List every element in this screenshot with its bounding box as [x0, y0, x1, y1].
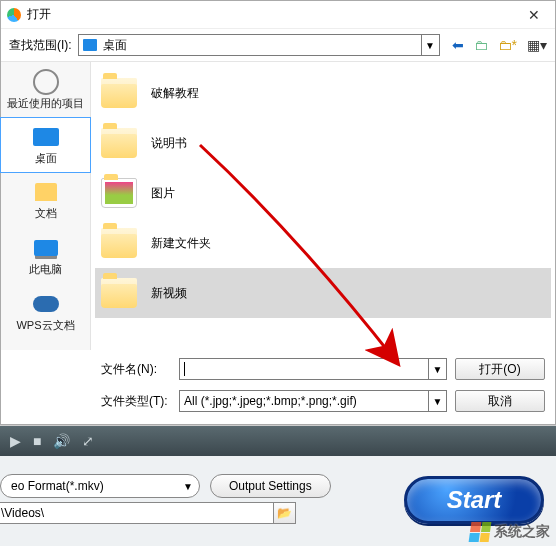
- sidebar-item-label: 桌面: [35, 151, 57, 166]
- app-icon: [7, 8, 21, 22]
- lookin-value: 桌面: [103, 37, 127, 54]
- file-row[interactable]: 新视频: [95, 268, 551, 318]
- computer-icon: [31, 236, 61, 260]
- windows-logo-icon: [469, 522, 492, 542]
- chevron-down-icon: ▼: [421, 35, 439, 55]
- view-menu-icon[interactable]: ▦▾: [527, 37, 547, 53]
- file-name: 新建文件夹: [151, 235, 211, 252]
- sidebar-item-label: 文档: [35, 206, 57, 221]
- nav-icons: ⬅ 🗀 🗀* ▦▾: [452, 37, 547, 53]
- filetype-label: 文件类型(T):: [101, 393, 171, 410]
- stop-icon[interactable]: ■: [33, 433, 41, 449]
- lookin-row: 查找范围(I): 桌面 ▼ ⬅ 🗀 🗀* ▦▾: [1, 29, 555, 61]
- sidebar-item-this-pc[interactable]: 此电脑: [1, 228, 90, 284]
- chevron-down-icon: ▼: [183, 481, 193, 492]
- sidebar-item-desktop[interactable]: 桌面: [0, 117, 91, 173]
- player-controls: ▶ ■ 🔊 ⤢: [0, 426, 556, 456]
- sidebar-item-documents[interactable]: 文档: [1, 172, 90, 228]
- file-name: 说明书: [151, 135, 187, 152]
- cancel-button[interactable]: 取消: [455, 390, 545, 412]
- open-button[interactable]: 打开(O): [455, 358, 545, 380]
- dialog-title: 打开: [27, 6, 519, 23]
- file-name: 新视频: [151, 285, 187, 302]
- speaker-icon[interactable]: 🔊: [53, 433, 70, 449]
- close-icon[interactable]: ✕: [519, 7, 549, 23]
- format-value: eo Format(*.mkv): [11, 479, 104, 493]
- filename-value: [184, 362, 185, 376]
- lookin-label: 查找范围(I):: [9, 37, 72, 54]
- sidebar-item-label: 此电脑: [29, 262, 62, 277]
- file-name: 图片: [151, 185, 175, 202]
- output-settings-button[interactable]: Output Settings: [210, 474, 331, 498]
- titlebar: 打开 ✕: [1, 1, 555, 29]
- sidebar-item-recent[interactable]: 最近使用的项目: [1, 62, 90, 118]
- play-icon[interactable]: ▶: [10, 433, 21, 449]
- cloud-icon: [31, 292, 61, 316]
- folder-open-icon: 📂: [277, 506, 292, 520]
- folder-icon: [101, 278, 137, 308]
- new-folder-icon[interactable]: 🗀*: [498, 37, 517, 53]
- watermark: 系统之家: [470, 522, 550, 542]
- filetype-select[interactable]: All (*.jpg;*.jpeg;*.bmp;*.png;*.gif) ▼: [179, 390, 447, 412]
- up-icon[interactable]: 🗀: [474, 37, 488, 53]
- folder-icon: [101, 228, 137, 258]
- output-path-input[interactable]: \Videos\: [0, 502, 274, 524]
- file-list[interactable]: 破解教程说明书图片新建文件夹新视频: [91, 62, 555, 350]
- path-value: \Videos\: [1, 506, 44, 520]
- filename-label: 文件名(N):: [101, 361, 171, 378]
- chevron-down-icon: ▼: [428, 359, 446, 379]
- desktop-icon: [31, 125, 61, 149]
- sidebar-item-label: WPS云文档: [16, 318, 74, 333]
- file-row[interactable]: 破解教程: [95, 68, 551, 118]
- file-row[interactable]: 说明书: [95, 118, 551, 168]
- back-icon[interactable]: ⬅: [452, 37, 464, 53]
- filetype-value: All (*.jpg;*.jpeg;*.bmp;*.png;*.gif): [184, 394, 357, 408]
- sidebar-item-wps-cloud[interactable]: WPS云文档: [1, 284, 90, 340]
- documents-icon: [31, 180, 61, 204]
- lookin-select[interactable]: 桌面 ▼: [78, 34, 440, 56]
- places-sidebar: 最近使用的项目 桌面 文档 此电脑 WPS云文档: [1, 62, 91, 350]
- sidebar-item-label: 最近使用的项目: [7, 96, 84, 111]
- file-row[interactable]: 图片: [95, 168, 551, 218]
- watermark-text: 系统之家: [494, 523, 550, 541]
- chevron-down-icon: ▼: [428, 391, 446, 411]
- folder-icon: [101, 128, 137, 158]
- bottom-controls: 文件名(N): ▼ 打开(O) 文件类型(T): All (*.jpg;*.jp…: [1, 350, 555, 424]
- desktop-icon: [83, 39, 97, 51]
- format-select[interactable]: eo Format(*.mkv) ▼: [0, 474, 200, 498]
- file-name: 破解教程: [151, 85, 199, 102]
- expand-icon[interactable]: ⤢: [82, 433, 94, 449]
- start-button[interactable]: Start: [404, 476, 544, 524]
- browse-path-button[interactable]: 📂: [274, 502, 296, 524]
- clock-icon: [31, 70, 61, 94]
- file-row[interactable]: 新建文件夹: [95, 218, 551, 268]
- folder-icon: [101, 78, 137, 108]
- pictures-folder-icon: [101, 178, 137, 208]
- open-file-dialog: 打开 ✕ 查找范围(I): 桌面 ▼ ⬅ 🗀 🗀* ▦▾ 最近使用的项目 桌面: [0, 0, 556, 425]
- filename-input[interactable]: ▼: [179, 358, 447, 380]
